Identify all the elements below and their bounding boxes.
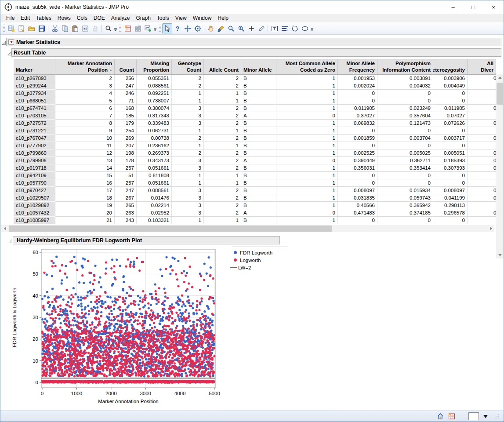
table-row[interactable]: c10_p957790162570.05166111B1000 xyxy=(14,179,496,187)
hand-button[interactable] xyxy=(206,23,216,33)
toolbar-group-handle[interactable] xyxy=(119,25,121,33)
brush-button[interactable] xyxy=(216,23,226,33)
cut-button[interactable] xyxy=(50,23,60,33)
table-row[interactable]: c10_p67474161680.38007432B10.0119050.023… xyxy=(14,105,496,112)
table-row[interactable]: c10_p26789322560.05535122B10.0019530.003… xyxy=(14,75,496,82)
column-header-minor-allele[interactable]: Minor Allele xyxy=(241,59,276,74)
menu-analyze[interactable]: Analyze xyxy=(108,14,133,22)
scatter-plot-canvas[interactable]: 0100020003000400050000102030405060Marker… xyxy=(9,246,233,408)
table-row[interactable]: c10_p73122192540.06273111B1000 xyxy=(14,127,496,135)
textbox-button[interactable]: T xyxy=(269,23,279,33)
table-row[interactable]: c10_p1057432202630.0295232A00.4714830.37… xyxy=(14,209,496,217)
status-dropdown-arrow[interactable] xyxy=(483,415,488,418)
menu-edit[interactable]: Edit xyxy=(18,14,33,22)
search-button[interactable] xyxy=(103,23,113,33)
toolbar-group-handle[interactable] xyxy=(3,25,5,33)
table-row[interactable]: c10_p94210915510.81180811B1000 xyxy=(14,172,496,179)
hwe-fdr-logworth-plot[interactable]: 0100020003000400050000102030405060Marker… xyxy=(9,246,233,408)
column-header-minor-allele-frequency[interactable]: Minor AlleleFrequency xyxy=(338,59,377,74)
table-row[interactable]: c10_p72757281790.33948332B10.0698320.121… xyxy=(14,120,496,127)
horizontal-scroll-thumb[interactable] xyxy=(9,226,332,232)
toolbar-group-handle[interactable] xyxy=(159,25,161,33)
column-header-heterozygosity[interactable]: Heterozygosity xyxy=(433,59,468,74)
prefs-button[interactable]: S xyxy=(80,23,90,33)
minimize-button[interactable]: – xyxy=(443,0,463,14)
lock-button[interactable] xyxy=(90,23,100,33)
disclosure-plot[interactable] xyxy=(8,237,13,242)
scroll-right-button[interactable] xyxy=(487,225,494,232)
table-row[interactable]: c10_p1029892192650.0221432B10.405660.365… xyxy=(14,202,496,209)
copy-button[interactable] xyxy=(60,23,70,33)
move-button[interactable] xyxy=(182,23,192,33)
column-header-count[interactable]: Count xyxy=(115,59,137,74)
save-button[interactable] xyxy=(36,23,47,33)
menu-graph[interactable]: Graph xyxy=(133,14,153,22)
help-button[interactable]: ? xyxy=(172,23,182,33)
table-row[interactable]: c10_p767047102690.0073822B10.0018590.003… xyxy=(14,135,496,142)
lines-button[interactable] xyxy=(279,23,290,33)
plus-button[interactable] xyxy=(246,23,256,33)
table-win-button[interactable] xyxy=(123,23,133,33)
scroll-up-button[interactable] xyxy=(496,74,504,81)
zoom-in-button[interactable] xyxy=(236,23,246,33)
menu-tables[interactable]: Tables xyxy=(33,14,54,22)
table-row[interactable]: c10_p6680515710.73800711B1000 xyxy=(14,97,496,105)
menu-window[interactable]: Window xyxy=(190,14,215,22)
column-header-most-common-allele-coded-as-zero[interactable]: Most Common AlleleCoded as Zero xyxy=(276,59,338,74)
open-button[interactable] xyxy=(26,23,36,33)
table-row[interactable]: c10_p29924432470.08856122B10.0020240.004… xyxy=(14,82,496,90)
maximize-button[interactable]: □ xyxy=(463,0,483,14)
disclosure-marker-statistics[interactable] xyxy=(1,39,6,44)
toolbar-dropdown-caret[interactable] xyxy=(113,24,118,33)
table-row[interactable]: c10_p70310571850.31734332A00.370270.3576… xyxy=(14,112,496,120)
menu-rows[interactable]: Rows xyxy=(54,14,74,22)
horizontal-scrollbar[interactable] xyxy=(1,225,494,232)
column-header-all-diver[interactable]: AllDiver xyxy=(468,59,496,74)
table-row[interactable]: c10_p799906131780.34317332A00.3904490.36… xyxy=(14,157,496,164)
polygon-button[interactable] xyxy=(290,23,300,33)
table-row[interactable]: c10_p1085997212430.10332111B1000 xyxy=(14,217,496,224)
close-button[interactable]: × xyxy=(483,0,504,14)
vertical-scrollbar[interactable] xyxy=(496,74,504,258)
scroll-down-button[interactable] xyxy=(496,251,504,258)
menu-file[interactable]: File xyxy=(3,14,18,22)
target-button[interactable] xyxy=(192,23,203,33)
column-header-allele-count[interactable]: Allele Count xyxy=(204,59,241,74)
color-swatch[interactable] xyxy=(468,412,479,420)
toolbar-dropdown-caret[interactable] xyxy=(310,24,314,33)
home-icon[interactable] xyxy=(436,412,445,420)
menu-help[interactable]: Help xyxy=(214,14,232,22)
toolbar-dropdown-caret[interactable] xyxy=(153,24,157,33)
table-row[interactable]: c10_p970427172470.08856132B10.0080970.01… xyxy=(14,187,496,194)
legend-item-lw2[interactable]: LW=2 xyxy=(230,264,287,271)
table-row[interactable]: c10_p37793442460.09225111B1000 xyxy=(14,90,496,97)
new-window-button[interactable] xyxy=(16,23,26,33)
oval-button[interactable] xyxy=(300,23,310,33)
cursor-button[interactable] xyxy=(162,23,172,33)
column-header-genotype-count[interactable]: GenotypeCount xyxy=(172,59,204,74)
menu-doe[interactable]: DOE xyxy=(91,14,108,22)
column-header-marker[interactable]: Marker xyxy=(14,59,55,74)
table-row[interactable]: c10_p777902112070.23616211B1000 xyxy=(14,142,496,149)
column-header-missing-proportion[interactable]: MissingProportion xyxy=(137,59,172,74)
menu-view[interactable]: View xyxy=(172,14,190,22)
legend-item-fdr-logworth[interactable]: FDR Logworth xyxy=(232,249,287,256)
red-triangle-menu-button[interactable] xyxy=(8,39,14,45)
vertical-scroll-thumb[interactable] xyxy=(497,83,503,105)
paste-button[interactable] xyxy=(70,23,80,33)
table-row[interactable]: c10_p799860121980.26937322B10.0025250.00… xyxy=(14,149,496,157)
menu-cols[interactable]: Cols xyxy=(74,14,91,22)
legend-item-logworth[interactable]: Logworth xyxy=(232,256,287,264)
zoom-out-button[interactable] xyxy=(226,23,236,33)
table-row[interactable]: c10_p919718142570.05166132B10.3560310.35… xyxy=(14,164,496,172)
data-table-icon[interactable] xyxy=(447,412,456,420)
column-header-marker-annotation-position[interactable]: Marker AnnotationPosition xyxy=(55,59,115,74)
scroll-left-button[interactable] xyxy=(1,225,8,232)
table-row[interactable]: c10_p1029507182670.0147632B10.0318350.05… xyxy=(14,194,496,202)
graph-new-button[interactable] xyxy=(143,23,153,33)
column-header-polymorphism-information-content[interactable]: PolymorphismInformation Content xyxy=(377,59,433,74)
menu-tools[interactable]: Tools xyxy=(154,14,172,22)
pencil-button[interactable] xyxy=(256,23,266,33)
journal-win-button[interactable] xyxy=(133,23,143,33)
new-table-button[interactable] xyxy=(6,23,16,33)
